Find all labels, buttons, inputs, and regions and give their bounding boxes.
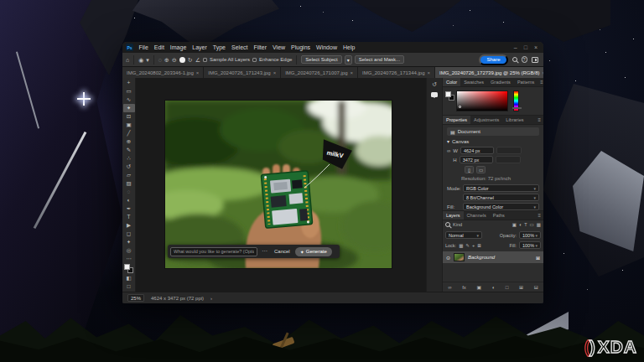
path-selection-tool[interactable]: ▶ <box>123 221 135 230</box>
tab-close-icon[interactable]: × <box>428 70 431 75</box>
document-tab[interactable]: IMG_20240726_171243.jpg × <box>204 67 281 78</box>
clone-stamp-tool[interactable]: ∴ <box>123 154 135 163</box>
delete-layer-icon[interactable]: ⊟ <box>534 284 538 290</box>
filter-pixel-icon[interactable]: ▣ <box>512 222 517 227</box>
layer-search-icon[interactable] <box>445 222 450 227</box>
link-icon[interactable]: ∞ <box>447 148 450 153</box>
document-tab[interactable]: IMG_20240726_171344.jpg × <box>358 67 435 78</box>
lock-transparent-icon[interactable]: ▦ <box>459 243 463 248</box>
rotate-icon[interactable]: ↻ <box>188 57 193 63</box>
crop-tool[interactable]: ⊡ <box>123 112 135 121</box>
select-subject-dropdown[interactable]: ▾ <box>345 55 352 65</box>
menu-layer[interactable]: Layer <box>190 44 210 50</box>
panel-menu-icon[interactable]: ≡ <box>538 78 546 86</box>
photo-document[interactable]: milkV <box>165 101 392 268</box>
menu-type[interactable]: Type <box>210 44 228 50</box>
new-layer-icon[interactable]: ⊞ <box>519 284 523 290</box>
screen-mode-tool[interactable]: □ <box>123 282 135 291</box>
comments-panel-icon[interactable] <box>431 92 438 97</box>
tab-color[interactable]: Color <box>443 78 460 86</box>
lasso-tool[interactable]: ∿ <box>123 96 135 104</box>
hue-slider[interactable] <box>513 90 519 111</box>
color-swatch-pair[interactable] <box>445 91 454 101</box>
history-brush-tool[interactable]: ↺ <box>123 163 135 171</box>
generate-button[interactable]: ✦ Generate <box>295 247 332 256</box>
lock-all-icon[interactable]: ⊠ <box>477 243 481 248</box>
adjustment-layer-icon[interactable]: ◐ <box>492 285 496 290</box>
tab-patterns[interactable]: Patterns <box>514 78 538 86</box>
bit-depth-dropdown[interactable]: 8 Bit/Channel ▾ <box>463 194 539 201</box>
tab-close-icon[interactable]: × <box>273 70 277 75</box>
filter-type-icon[interactable]: T <box>524 222 527 227</box>
close-button[interactable]: × <box>534 44 538 50</box>
object-selection-tool[interactable]: ⌖ <box>123 104 135 112</box>
brush-tool[interactable]: ✎ <box>123 146 135 154</box>
tab-paths[interactable]: Paths <box>490 211 508 220</box>
pen-tool[interactable]: ✒ <box>123 204 135 213</box>
eraser-tool[interactable]: ▱ <box>123 171 135 179</box>
height-field[interactable]: 3472 px <box>460 156 493 163</box>
document-tab-active[interactable]: IMG_20240726_172739.jpg @ 25% (RGB/8) × <box>435 67 543 78</box>
mode-dropdown[interactable]: RGB Color ▾ <box>463 184 539 192</box>
zoom-tool[interactable]: ◎ <box>123 246 135 255</box>
canvas-area[interactable]: milkV ⋯ Cancel ✦ Generate <box>136 78 426 292</box>
blend-mode-dropdown[interactable]: Normal ▾ <box>445 231 482 239</box>
canvas-section-chevron[interactable]: ▾ <box>447 138 449 144</box>
tab-gradients[interactable]: Gradients <box>487 78 514 86</box>
home-icon[interactable]: ⌂ <box>126 57 129 63</box>
layer-fill-dropdown[interactable]: 100% ▾ <box>519 241 541 249</box>
tab-properties[interactable]: Properties <box>443 116 470 124</box>
zoom-level-field[interactable]: 25% <box>127 294 144 302</box>
brush-add-selection-icon[interactable]: ⊕ <box>164 57 169 63</box>
width-field[interactable]: 4624 px <box>460 147 494 154</box>
menu-select[interactable]: Select <box>229 44 251 50</box>
healing-brush-tool[interactable]: ⊕ <box>123 137 135 146</box>
height-unit-field[interactable] <box>496 156 521 163</box>
brush-size-preview[interactable] <box>179 57 185 63</box>
layer-filter-kind[interactable]: Kind <box>453 222 462 227</box>
frame-tool[interactable]: ▣ <box>123 121 135 129</box>
blur-tool[interactable]: ◌ <box>123 188 135 196</box>
layer-lock-icon[interactable]: ⊠ <box>536 255 540 261</box>
layer-effects-icon[interactable]: fx <box>462 285 466 290</box>
menu-file[interactable]: File <box>136 44 151 50</box>
search-icon[interactable] <box>512 57 517 62</box>
layer-row-background[interactable]: ⊙ Background ⊠ <box>443 251 543 263</box>
document-tab[interactable]: IMG_20240802_203346-1.jpg × <box>122 67 204 78</box>
menu-image[interactable]: Image <box>167 44 189 50</box>
tab-channels[interactable]: Channels <box>464 211 490 220</box>
sample-all-layers-checkbox[interactable] <box>203 58 207 62</box>
fill-dropdown[interactable]: Background Color ▾ <box>463 203 539 210</box>
opacity-dropdown[interactable]: 100% ▾ <box>519 231 541 239</box>
landscape-orientation-button[interactable]: ▭ <box>476 166 486 173</box>
cancel-button[interactable]: Cancel <box>272 249 293 254</box>
tab-swatches[interactable]: Swatches <box>460 78 487 86</box>
layer-group-icon[interactable]: □ <box>506 285 509 290</box>
filter-smart-icon[interactable]: ▦ <box>537 222 541 227</box>
menu-edit[interactable]: Edit <box>151 44 167 50</box>
filter-shape-icon[interactable]: ▭ <box>530 222 534 227</box>
lock-pixels-icon[interactable]: ✎ <box>465 243 470 248</box>
rectangle-tool[interactable]: ◻ <box>123 230 135 238</box>
visibility-eye-icon[interactable]: ⊙ <box>446 255 450 261</box>
foreground-background-swatches[interactable] <box>124 264 133 273</box>
portrait-orientation-button[interactable]: ▯ <box>465 166 474 173</box>
quick-mask-tool[interactable]: ◧ <box>123 274 135 282</box>
menu-filter[interactable]: Filter <box>251 44 270 50</box>
filter-adjustment-icon[interactable]: ◐ <box>519 222 522 227</box>
gradient-tool[interactable]: ▨ <box>123 179 135 188</box>
hue-slider-thumb[interactable] <box>512 107 522 109</box>
move-tool[interactable]: + <box>123 79 135 87</box>
select-subject-button[interactable]: Select Subject <box>301 55 341 64</box>
hand-tool[interactable]: ✦ <box>123 238 135 246</box>
tab-adjustments[interactable]: Adjustments <box>470 116 502 124</box>
maximize-button[interactable]: □ <box>524 44 527 50</box>
dodge-tool[interactable]: ◐ <box>123 196 135 204</box>
brush-new-selection-icon[interactable]: ◌ <box>158 57 162 63</box>
tab-close-icon[interactable]: × <box>351 70 354 75</box>
enhance-edge-checkbox[interactable] <box>252 58 257 62</box>
lock-position-icon[interactable]: + <box>472 243 475 248</box>
taskbar-more-icon[interactable]: ⋯ <box>260 248 269 255</box>
generate-prompt-input[interactable] <box>170 247 257 256</box>
eyedropper-tool[interactable]: ╱ <box>123 129 135 137</box>
